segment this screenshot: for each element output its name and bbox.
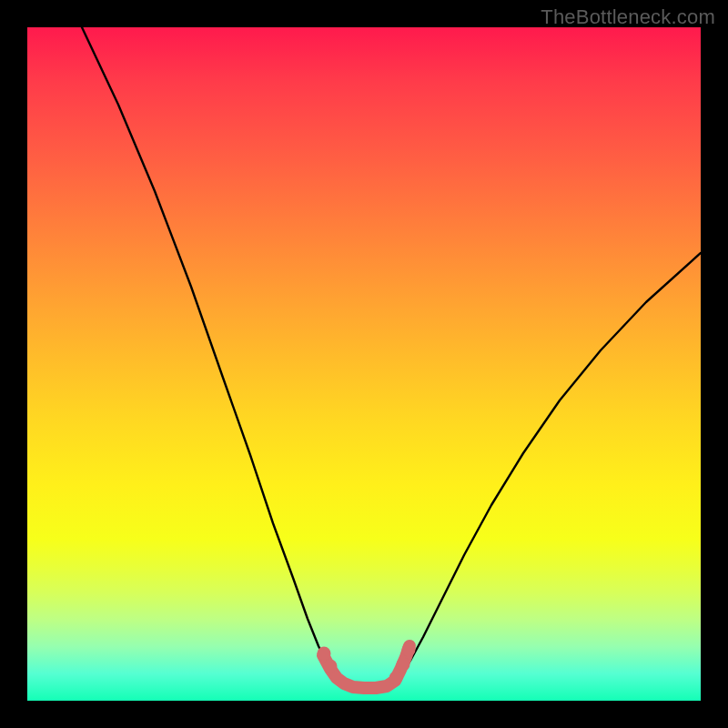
plot-area: [27, 27, 701, 701]
highlight-dot: [324, 660, 338, 673]
highlight-dot: [397, 658, 410, 672]
chart-frame: TheBottleneck.com: [0, 0, 728, 728]
curve-layer: [27, 27, 701, 701]
highlight-dot: [389, 672, 403, 685]
highlight-dot: [402, 643, 416, 657]
highlight-dot: [318, 647, 331, 661]
watermark-text: TheBottleneck.com: [541, 5, 715, 29]
bottleneck-curve: [82, 27, 701, 688]
